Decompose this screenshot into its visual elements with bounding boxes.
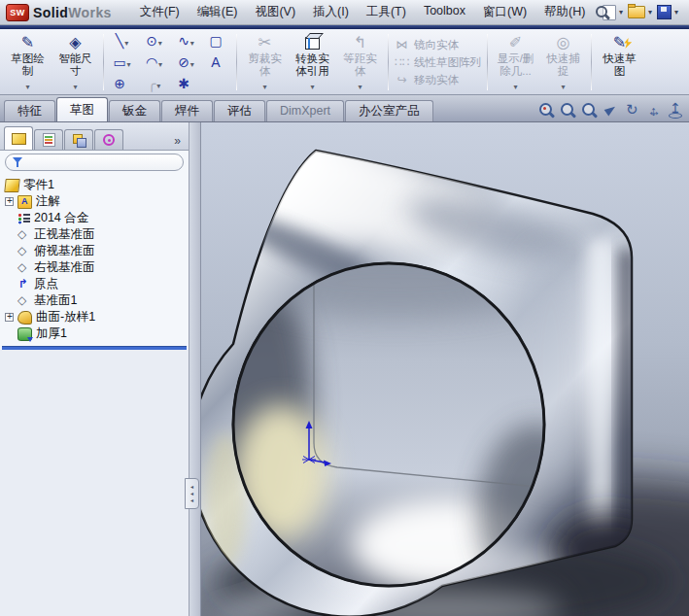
sketch-entity-button[interactable]: ⊙ — [138, 31, 170, 51]
sketch-entity-button[interactable]: ◠ — [138, 52, 170, 73]
view-tool-button[interactable] — [538, 102, 556, 120]
tree-item[interactable]: 2014 合金 — [2, 210, 189, 226]
save-icon[interactable] — [657, 5, 672, 19]
dropdown-arrow-icon[interactable]: ▾ — [310, 83, 314, 93]
panel-collapse-handle[interactable]: ◂ ◂ ◂ — [185, 478, 199, 509]
tree-item[interactable]: 俯视基准面 — [2, 243, 189, 259]
ribbon-row-button[interactable]: ↪ 移动实体 — [395, 73, 481, 87]
entity-icon: ▢ — [209, 33, 222, 49]
command-tab[interactable]: 焊件 — [161, 100, 213, 121]
titlebar: SW SolidWorks 文件(F)编辑(E)视图(V)插入(I)工具(T)T… — [0, 0, 689, 25]
tree-item[interactable]: 原点 — [2, 276, 189, 292]
sketch-entity-button[interactable]: ╲ — [106, 31, 138, 51]
dropdown-arrow-icon[interactable] — [190, 32, 194, 50]
sketch-entity-button[interactable]: ✱ — [170, 74, 202, 94]
command-tab[interactable]: 特征 — [4, 100, 55, 121]
tree-item[interactable]: 加厚1 — [2, 325, 189, 342]
view-tool-button[interactable] — [667, 102, 684, 120]
sketch-entity-button[interactable]: ╭ — [138, 74, 170, 94]
feature-tree: 零件1 注解 2014 合金 正视基准面 — [0, 175, 189, 350]
panel-splitter[interactable] — [189, 122, 201, 616]
panel-tab[interactable] — [64, 129, 93, 150]
cube-icon — [305, 37, 320, 50]
sketch-draw-button[interactable]: ✎ 草图绘制 ▾ — [4, 31, 52, 93]
dropdown-arrow-icon[interactable] — [156, 75, 160, 92]
dropdown-arrow-icon[interactable]: ▾ — [619, 8, 623, 17]
dropdown-arrow-icon[interactable] — [190, 53, 194, 71]
graphics-viewport[interactable] — [201, 122, 689, 616]
tree-item[interactable]: 正视基准面 — [2, 226, 189, 243]
sketch-entity-grid: ╲ ⊙ ∿ ▢ ▭ ◠ ⊘ A ⊕ ╭ — [106, 31, 234, 93]
command-tab[interactable]: DimXpert — [266, 100, 344, 121]
menu-item[interactable]: Toolbox — [415, 2, 474, 22]
menu-item[interactable]: 窗口(W) — [474, 2, 535, 22]
tree-filter-input[interactable] — [27, 155, 177, 169]
dropdown-arrow-icon[interactable]: ▾ — [513, 83, 517, 93]
search-icon[interactable] — [594, 5, 603, 20]
menu-item[interactable]: 视图(V) — [246, 2, 304, 22]
offset-icon: ↰ — [354, 33, 366, 52]
tree-filter-box[interactable] — [5, 154, 184, 171]
panel-tab[interactable] — [34, 129, 63, 150]
command-tab[interactable]: 办公室产品 — [345, 100, 433, 121]
tree-item-icon — [17, 295, 30, 307]
sketch-entity-button[interactable]: ▭ — [106, 52, 138, 73]
command-tab[interactable]: 评估 — [214, 100, 265, 121]
sketch-entity-button[interactable]: A — [202, 52, 234, 73]
menu-item[interactable]: 工具(T) — [358, 2, 415, 22]
command-tab[interactable]: 草图 — [56, 97, 108, 121]
ribbon-row-button[interactable]: ∷∷ 线性草图阵列 — [395, 55, 481, 70]
dropdown-arrow-icon[interactable]: ▾ — [561, 83, 565, 93]
tree-item[interactable]: 零件1 — [2, 177, 189, 193]
dropdown-arrow-icon[interactable]: ▾ — [648, 8, 652, 17]
open-folder-icon[interactable] — [628, 6, 645, 18]
dropdown-arrow-icon[interactable] — [158, 32, 162, 50]
dropdown-arrow-icon[interactable]: ▾ — [262, 83, 266, 93]
tree-item[interactable]: 曲面-放样1 — [2, 309, 189, 325]
menu-item[interactable]: 文件(F) — [131, 2, 189, 22]
view-tool-button[interactable] — [581, 102, 599, 120]
panel-overflow-chevron[interactable]: » — [170, 134, 185, 150]
menu-item[interactable]: 帮助(H) — [535, 2, 594, 22]
expand-toggle[interactable] — [5, 197, 14, 206]
command-tab[interactable]: 钣金 — [109, 100, 160, 121]
view-tool-button[interactable] — [603, 102, 620, 120]
expand-toggle[interactable] — [5, 313, 14, 322]
ribbon-row-button[interactable]: ⋈ 镜向实体 — [395, 38, 481, 52]
view-tool-button[interactable] — [645, 102, 663, 120]
menu-item[interactable]: 编辑(E) — [189, 2, 247, 22]
dropdown-arrow-icon[interactable] — [127, 53, 131, 71]
dropdown-arrow-icon[interactable]: ▾ — [358, 83, 362, 93]
panel-tab[interactable] — [94, 129, 123, 150]
model-canvas[interactable] — [201, 122, 689, 616]
panel-tab[interactable] — [4, 126, 33, 150]
offset-entities-button[interactable]: ↰ 等距实体 ▾ — [336, 31, 384, 93]
ribbon-separator — [591, 34, 592, 90]
sketch-entity-button[interactable]: ⊘ — [170, 52, 202, 73]
dropdown-arrow-icon[interactable]: ▾ — [25, 83, 29, 93]
rapid-sketch-button[interactable]: ✎ 快速草图 ▾ — [596, 31, 643, 93]
dropdown-arrow-icon[interactable] — [124, 32, 128, 50]
sketch-entity-button[interactable]: ⊕ — [106, 74, 138, 94]
dropdown-arrow-icon[interactable]: ▾ — [674, 8, 678, 17]
view-tool-button[interactable] — [624, 102, 641, 120]
dropdown-arrow-icon[interactable]: ▾ — [73, 83, 77, 93]
tree-item[interactable]: 基准面1 — [2, 292, 189, 309]
menu-item[interactable]: 插入(I) — [304, 2, 358, 22]
tree-item-icon — [4, 179, 19, 192]
trim-entities-button[interactable]: ✂ 剪裁实体 ▾ — [241, 31, 289, 93]
entity-icon: ⊘ — [178, 54, 189, 70]
convert-entities-button[interactable]: 转换实体引用 ▾ — [289, 31, 336, 93]
tree-item[interactable]: 右视基准面 — [2, 259, 189, 276]
sketch-entity-button[interactable]: ∿ — [170, 31, 202, 51]
quick-snaps-button[interactable]: ◎ 快速捕捉 ▾ — [539, 31, 587, 93]
display-delete-relations-button[interactable]: ✐ 显示/删除几... ▾ — [492, 31, 539, 93]
entity-icon: ∿ — [178, 33, 189, 49]
ribbon-separator — [487, 34, 488, 90]
view-tool-button[interactable] — [560, 102, 577, 120]
tree-item[interactable]: 注解 — [2, 193, 189, 210]
dropdown-arrow-icon[interactable] — [158, 53, 162, 71]
tree-item-label: 原点 — [34, 276, 58, 292]
smart-dimension-button[interactable]: ◈ 智能尺寸 ▾ — [52, 31, 99, 93]
sketch-entity-button[interactable]: ▢ — [202, 31, 234, 51]
